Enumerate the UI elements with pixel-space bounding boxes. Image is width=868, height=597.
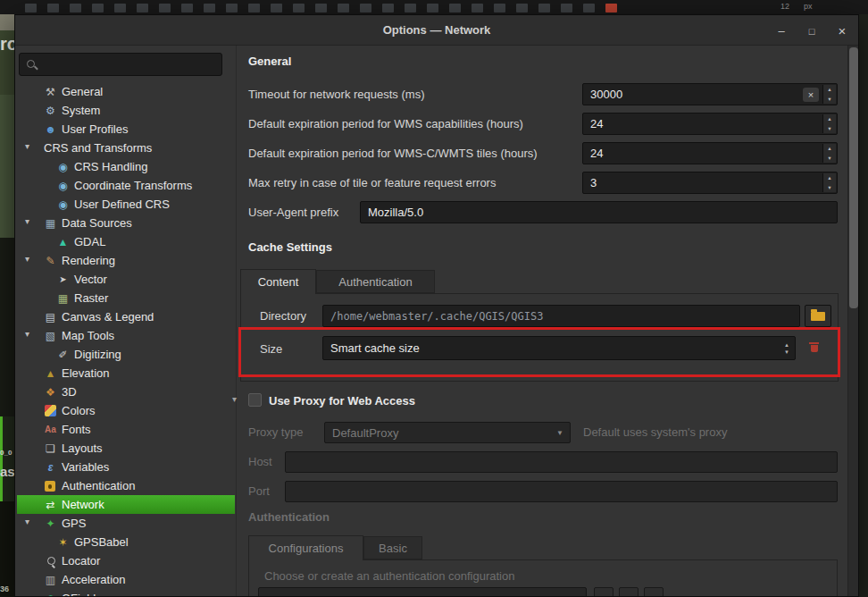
browse-directory-button[interactable]	[805, 305, 831, 327]
options-search-box[interactable]	[19, 53, 222, 76]
tab-basic[interactable]: Basic	[363, 536, 422, 559]
spin-buttons[interactable]	[822, 144, 836, 163]
auth-remove-button[interactable]	[644, 587, 664, 597]
sidebar-item-elevation[interactable]: Elevation	[17, 364, 235, 383]
sidebar-item-label: User Profiles	[62, 122, 128, 136]
wmts-expiration-value: 24	[590, 147, 603, 160]
auth-add-button[interactable]	[594, 587, 613, 597]
cache-directory-input[interactable]: /home/webmaster/.cache/QGIS/QGIS3	[322, 305, 800, 327]
toolbar-icon-fragment	[472, 4, 483, 13]
auth-config-select[interactable]	[258, 587, 587, 597]
spin-buttons[interactable]	[822, 85, 836, 104]
wms-expiration-spinbox[interactable]: 24	[582, 113, 838, 135]
proxy-port-input[interactable]	[285, 481, 838, 502]
sidebar-item-coordinate-transforms[interactable]: Coordinate Transforms	[17, 176, 235, 195]
sidebar-item-label: Variables	[62, 460, 109, 474]
raster-icon	[56, 292, 70, 305]
sidebar-item-raster[interactable]: Raster	[17, 289, 235, 307]
sidebar-item-data-sources[interactable]: Data Sources	[17, 214, 235, 232]
globe-icon	[56, 161, 70, 173]
sidebar-item-user-profiles[interactable]: User Profiles	[17, 120, 235, 139]
toolbar-icon-fragment	[360, 4, 371, 13]
tab-authentication[interactable]: Authentication	[316, 270, 435, 293]
sidebar-item-label: Canvas & Legend	[62, 310, 154, 324]
max-retry-spinbox[interactable]: 3	[582, 172, 838, 194]
sidebar-item-3d[interactable]: 3D	[17, 383, 235, 401]
toolbar-icon-fragment	[427, 4, 438, 13]
sidebar-item-variables[interactable]: Variables	[17, 458, 235, 476]
sidebar-item-map-tools[interactable]: Map Tools	[17, 326, 235, 345]
proxy-host-input[interactable]	[285, 451, 838, 473]
sidebar-item-vector[interactable]: Vector	[17, 270, 235, 289]
user-agent-value: Mozilla/5.0	[368, 206, 423, 219]
toolbar-icon-fragment	[271, 4, 282, 13]
expand-arrow-icon[interactable]	[25, 216, 29, 226]
minimize-button[interactable]	[772, 21, 790, 39]
toolbar-icon-fragment	[226, 4, 238, 13]
toolbar-text-fragment: 12	[780, 2, 789, 11]
sidebar-item-canvas-legend[interactable]: Canvas & Legend	[17, 307, 235, 326]
expand-arrow-icon[interactable]	[25, 141, 29, 151]
sidebar-item-digitizing[interactable]: Digitizing	[17, 345, 235, 364]
sidebar-item-gdal[interactable]: GDAL	[17, 232, 235, 251]
sidebar-item-locator[interactable]: Locator	[17, 551, 235, 570]
sidebar-item-general[interactable]: General	[17, 82, 235, 101]
sidebar-item-label: GPSBabel	[74, 535, 129, 549]
cache-size-select[interactable]: Smart cache size	[322, 336, 796, 360]
use-proxy-checkbox[interactable]	[248, 393, 262, 407]
sidebar-item-colors[interactable]: Colors	[17, 401, 235, 420]
search-icon	[27, 60, 35, 68]
color-swatch-icon	[45, 405, 56, 416]
toolbar-icon-fragment	[338, 4, 349, 13]
sidebar-item-authentication[interactable]: Authentication	[17, 476, 235, 495]
sidebar-item-crs-and-transforms[interactable]: CRS and Transforms	[17, 139, 235, 157]
tab-configurations[interactable]: Configurations	[248, 535, 363, 560]
clear-cache-trash-icon[interactable]	[809, 341, 819, 353]
expand-arrow-icon[interactable]	[25, 254, 29, 264]
spinner-arrows-icon[interactable]	[784, 341, 789, 356]
tab-label: Basic	[379, 542, 407, 555]
auth-edit-button[interactable]	[619, 587, 638, 597]
collapse-arrow-icon[interactable]	[232, 394, 237, 404]
background-right-strip	[859, 14, 868, 597]
tab-content[interactable]: Content	[240, 269, 316, 294]
toolbar-icon-fragment	[605, 4, 617, 13]
expand-arrow-icon[interactable]	[25, 329, 29, 339]
wmts-expiration-spinbox[interactable]: 24	[582, 142, 838, 164]
user-profiles-icon	[44, 123, 57, 136]
expand-arrow-icon[interactable]	[25, 517, 29, 526]
sidebar-item-label: Layouts	[62, 441, 103, 455]
sidebar-item-acceleration[interactable]: Acceleration	[17, 570, 235, 589]
sidebar-item-system[interactable]: System	[17, 101, 235, 120]
toolbar-icon-fragment	[25, 4, 37, 13]
sidebar-item-crs-handling[interactable]: CRS Handling	[17, 157, 235, 176]
sidebar-item-gps[interactable]: GPS	[17, 514, 235, 533]
globe-icon	[56, 180, 70, 192]
user-agent-input[interactable]: Mozilla/5.0	[360, 201, 838, 223]
sidebar-item-qfield[interactable]: QField	[17, 589, 235, 597]
sidebar-item-label: Colors	[62, 404, 96, 417]
sidebar-item-network[interactable]: Network	[17, 495, 235, 514]
authentication-heading: Authentication	[248, 510, 330, 524]
timeout-spinbox[interactable]: 30000	[582, 83, 838, 105]
spin-buttons[interactable]	[822, 173, 836, 192]
spin-buttons[interactable]	[822, 114, 836, 133]
vector-icon	[56, 274, 70, 284]
sidebar-item-label: Elevation	[62, 366, 109, 380]
sidebar-item-layouts[interactable]: Layouts	[17, 439, 235, 458]
sidebar-item-fonts[interactable]: Fonts	[17, 420, 235, 439]
proxy-type-select[interactable]: DefaultProxy	[324, 422, 571, 443]
general-section-heading: General	[248, 55, 291, 68]
qfield-icon	[44, 593, 57, 597]
sidebar-item-rendering[interactable]: Rendering	[17, 251, 235, 270]
clear-field-icon[interactable]	[803, 88, 819, 102]
dialog-titlebar[interactable]: Options — Network	[15, 15, 858, 46]
sidebar-item-gpsbabel[interactable]: GPSBabel	[17, 533, 235, 551]
close-button[interactable]	[833, 21, 851, 39]
maximize-button[interactable]	[803, 21, 821, 39]
sidebar-item-user-defined-crs[interactable]: User Defined CRS	[17, 195, 235, 214]
table-icon	[44, 217, 57, 230]
cache-settings-heading: Cache Settings	[248, 240, 332, 254]
options-search-input[interactable]	[41, 55, 218, 73]
content-scrollbar-handle[interactable]	[849, 47, 858, 308]
